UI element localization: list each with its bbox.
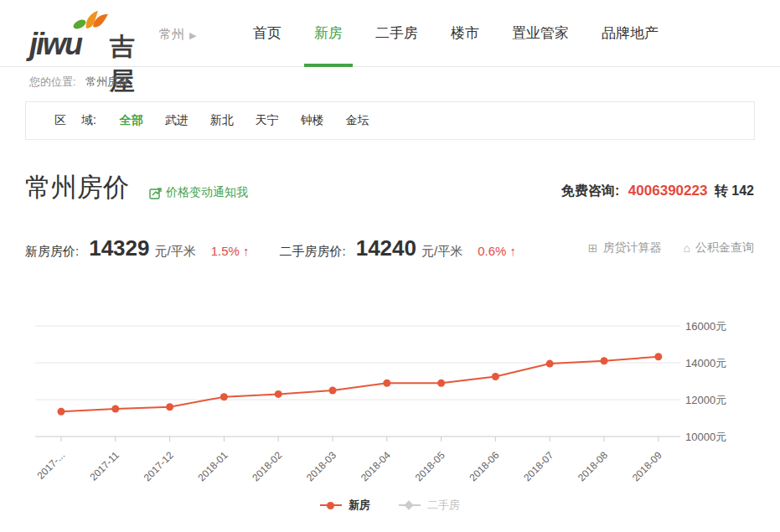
mortgage-calculator-label: 房贷计算器: [603, 240, 662, 256]
svg-text:2017-12: 2017-12: [142, 449, 176, 483]
svg-text:2018-02: 2018-02: [250, 449, 284, 483]
legend-label-resale: 二手房: [427, 498, 460, 513]
nav-item-market[interactable]: 楼市: [451, 0, 479, 67]
svg-text:16000元: 16000元: [685, 320, 726, 333]
new-price-change: 1.5% ↑: [211, 244, 250, 258]
svg-text:2018-01: 2018-01: [195, 449, 230, 483]
tool-links: ⊞ 房贷计算器 ⌂ 公积金查询: [588, 240, 754, 256]
nav-item-home[interactable]: 首页: [253, 0, 282, 67]
consult-label: 免费咨询:: [561, 183, 619, 198]
region-option-all[interactable]: 全部: [120, 113, 143, 128]
resale-price-label: 二手房房价:: [280, 244, 346, 260]
city-selector[interactable]: 常州▶: [159, 27, 196, 43]
line-dot-marker-icon: [320, 504, 342, 506]
svg-text:2018-08: 2018-08: [576, 449, 610, 483]
region-option-xinbei[interactable]: 新北: [210, 113, 234, 128]
region-option-tianning[interactable]: 天宁: [256, 113, 279, 128]
new-price-unit: 元/平米: [154, 244, 195, 260]
main-nav: 首页 新房 二手房 楼市 置业管家 品牌地产: [253, 0, 659, 67]
region-option-jintan[interactable]: 金坛: [346, 113, 369, 128]
region-filter-options: 全部 武进 新北 天宁 钟楼 金坛: [120, 113, 369, 128]
region-filter-label: 区 域:: [54, 113, 96, 128]
logo-text: jiwu: [29, 27, 81, 62]
nav-item-new-house[interactable]: 新房: [314, 0, 343, 67]
legend-label-new: 新房: [349, 498, 370, 513]
region-option-zhonglou[interactable]: 钟楼: [301, 113, 324, 128]
city-name: 常州: [159, 27, 184, 41]
svg-text:2017-...: 2017-...: [34, 449, 67, 482]
nav-item-butler[interactable]: 置业管家: [512, 0, 569, 67]
svg-text:2017-11: 2017-11: [88, 449, 122, 483]
breadcrumb: 您的位置: 常州房价: [0, 68, 780, 96]
breadcrumb-prefix: 您的位置:: [29, 75, 76, 88]
region-filter: 区 域: 全部 武进 新北 天宁 钟楼 金坛: [25, 101, 755, 140]
new-price-label: 新房房价:: [25, 244, 79, 260]
svg-text:2018-05: 2018-05: [413, 449, 447, 483]
resale-price-unit: 元/平米: [421, 244, 462, 260]
consult-number: 4006390223: [628, 183, 708, 199]
region-option-wujin[interactable]: 武进: [165, 113, 189, 128]
resale-price-change: 0.6% ↑: [478, 244, 516, 258]
line-diamond-marker-icon: [399, 504, 421, 506]
resale-price-value: 14240: [356, 235, 416, 261]
nav-item-brand[interactable]: 品牌地产: [602, 0, 659, 67]
consult-phone: 免费咨询: 4006390223 转 142: [561, 183, 754, 200]
price-notify-label: 价格变动通知我: [166, 185, 248, 200]
fund-query-link[interactable]: ⌂ 公积金查询: [684, 240, 754, 256]
svg-text:14000元: 14000元: [685, 357, 726, 369]
svg-text:2018-03: 2018-03: [304, 449, 338, 483]
legend-item-new[interactable]: 新房: [320, 498, 370, 513]
caret-right-icon: ▶: [189, 30, 196, 41]
price-notify-link[interactable]: 价格变动通知我: [149, 185, 248, 200]
consult-extension: 转 142: [715, 183, 754, 198]
nav-item-resale[interactable]: 二手房: [375, 0, 418, 67]
house-icon: ⌂: [684, 241, 690, 255]
chart-legend: 新房 二手房: [0, 498, 780, 513]
mortgage-calculator-link[interactable]: ⊞ 房贷计算器: [588, 240, 662, 256]
calculator-icon: ⊞: [588, 241, 598, 255]
legend-item-resale[interactable]: 二手房: [399, 498, 460, 513]
price-trend-chart: 10000元12000元14000元16000元2017-...2017-112…: [0, 310, 780, 513]
breadcrumb-current: 常州房价: [85, 75, 129, 88]
price-chart-svg: 10000元12000元14000元16000元2017-...2017-112…: [0, 310, 780, 493]
svg-text:2018-07: 2018-07: [521, 449, 555, 483]
page: jiwu 吉屋 常州▶ 首页 新房 二手房 楼市 置业管家 品牌地产 您的位置:…: [0, 0, 780, 532]
svg-text:2018-06: 2018-06: [467, 449, 501, 483]
site-header: jiwu 吉屋 常州▶ 首页 新房 二手房 楼市 置业管家 品牌地产: [0, 0, 780, 67]
fund-query-label: 公积金查询: [695, 240, 754, 256]
price-summary: 新房房价: 14329 元/平米 1.5% ↑ 二手房房价: 14240 元/平…: [25, 235, 516, 261]
svg-text:2018-04: 2018-04: [359, 449, 393, 483]
svg-text:10000元: 10000元: [685, 431, 726, 443]
page-title: 常州房价: [25, 170, 129, 205]
svg-text:12000元: 12000元: [685, 394, 726, 406]
trend-arrow-icon: [149, 187, 162, 199]
svg-text:2018-09: 2018-09: [630, 449, 664, 483]
new-price-value: 14329: [89, 235, 149, 261]
